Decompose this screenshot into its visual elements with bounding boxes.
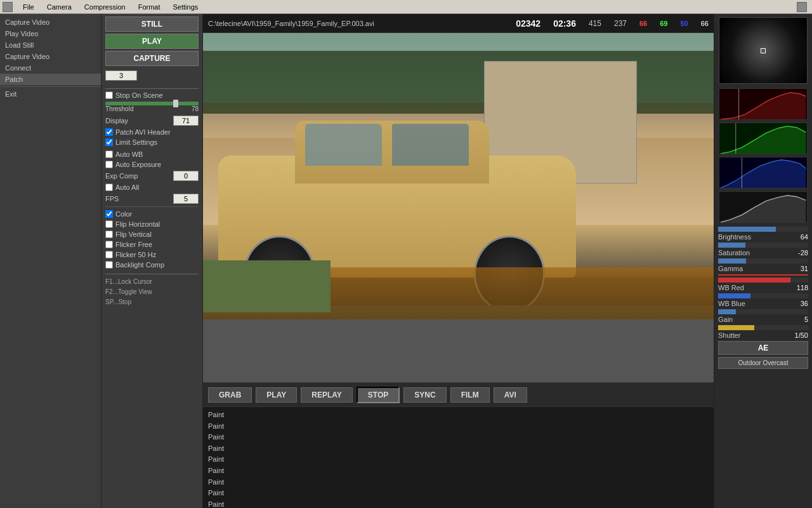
menu-format[interactable]: Format — [136, 2, 163, 12]
ae-button[interactable]: AE — [718, 341, 808, 355]
sidebar-item-play-video[interactable]: Play Video — [0, 28, 101, 39]
flip-vertical-row: Flip Vertical — [105, 231, 199, 238]
sync-button[interactable]: SYNC — [403, 387, 446, 403]
fps-row: FPS 5 — [105, 194, 199, 204]
wb-blue-bar-container — [718, 293, 808, 298]
auto-exposure-row: Auto Exposure — [105, 161, 199, 168]
threshold-slider[interactable] — [105, 102, 199, 105]
shutter-label: Shutter — [718, 331, 789, 339]
log-line-5: Paint — [208, 465, 709, 477]
flicker-50hz-row: Flicker 50 Hz — [105, 251, 199, 258]
capture-button[interactable]: CAPTURE — [105, 51, 199, 66]
sidebar-item-exit[interactable]: Exit — [0, 88, 101, 100]
film-button[interactable]: FILM — [450, 387, 490, 403]
threshold-value: 78 — [192, 105, 199, 112]
sidebar: Capture Video Play Video Load Still Capt… — [0, 14, 102, 508]
saturation-row: Saturation -28 — [718, 249, 808, 257]
gain-value: 5 — [789, 316, 808, 323]
auto-exposure-checkbox[interactable] — [105, 161, 113, 168]
sidebar-item-load-still[interactable]: Load Still — [0, 39, 101, 51]
exp-comp-label: Exp Comp — [105, 172, 171, 180]
brightness-value: 64 — [789, 233, 808, 241]
menu-file[interactable]: File — [20, 2, 37, 12]
frame-input[interactable]: 3 — [105, 70, 137, 81]
auto-wb-row: Auto WB — [105, 150, 199, 158]
stop-on-scene-checkbox[interactable] — [105, 91, 113, 99]
threshold-label: Threshold — [105, 105, 133, 112]
sidebar-item-patch[interactable]: Patch — [0, 74, 101, 85]
sidebar-item-capture-video[interactable]: Capture Video — [0, 17, 101, 28]
avi-button[interactable]: AVI — [494, 387, 527, 403]
play-button[interactable]: PLAY — [105, 34, 199, 49]
color-white-value: 66 — [701, 20, 709, 27]
menu-compression[interactable]: Compression — [82, 2, 128, 12]
gamma-row: Gamma 31 — [718, 265, 808, 272]
transport-controls: GRAB PLAY REPLAY STOP SYNC FILM AVI — [203, 382, 714, 406]
flicker-free-checkbox[interactable] — [105, 241, 113, 248]
auto-wb-checkbox[interactable] — [105, 150, 113, 158]
shutter-value: 1/50 — [789, 331, 808, 339]
grab-button[interactable]: GRAB — [208, 387, 252, 403]
wb-blue-value: 36 — [789, 300, 808, 307]
gamma-value: 31 — [789, 265, 808, 272]
log-line-2: Paint — [208, 432, 709, 443]
backlight-comp-checkbox[interactable] — [105, 261, 113, 269]
brightness-bar-container — [718, 227, 808, 232]
backlight-comp-row: Backlight Comp — [105, 261, 199, 269]
histogram-blue — [719, 157, 808, 189]
main-container: Capture Video Play Video Load Still Capt… — [0, 14, 812, 508]
log-line-7: Paint — [208, 488, 709, 499]
exp-comp-row: Exp Comp 0 — [105, 171, 199, 181]
flip-vertical-checkbox[interactable] — [105, 231, 113, 238]
center-panel: C:\telecine\AVI\1959_Family\1959_Family_… — [203, 14, 714, 508]
saturation-value: -28 — [789, 249, 808, 257]
thumbnail-crosshair — [761, 48, 766, 53]
auto-all-label: Auto All — [115, 184, 139, 191]
menu-settings[interactable]: Settings — [171, 2, 201, 12]
sidebar-item-connect[interactable]: Connect — [0, 62, 101, 74]
color-checkbox[interactable] — [105, 210, 113, 218]
menu-camera[interactable]: Camera — [44, 2, 74, 12]
log-line-6: Paint — [208, 477, 709, 488]
fps-input[interactable]: 5 — [173, 194, 199, 204]
video-area[interactable] — [203, 33, 714, 382]
shutter-bar — [718, 325, 754, 330]
wb-red-label: WB Red — [718, 284, 789, 291]
auto-wb-label: Auto WB — [115, 150, 143, 158]
auto-exposure-label: Auto Exposure — [115, 161, 161, 168]
minimize-icon[interactable] — [797, 2, 807, 12]
right-panel: Brightness 64 Saturation -28 Gamma 3 — [714, 14, 812, 508]
still-button[interactable]: STILL — [105, 17, 199, 32]
color-row: Color — [105, 210, 199, 218]
histogram-gray — [719, 191, 808, 223]
auto-all-checkbox[interactable] — [105, 184, 113, 191]
wb-blue-bar — [718, 293, 750, 298]
log-line-4: Paint — [208, 454, 709, 465]
log-line-0: Paint — [208, 410, 709, 421]
limit-settings-checkbox[interactable] — [105, 138, 113, 146]
stop-on-scene-row: Stop On Scene — [105, 91, 199, 99]
video-frame — [203, 33, 714, 382]
log-area[interactable]: Paint Paint Paint Paint Paint Paint Pain… — [203, 406, 714, 508]
time-display: 02:36 — [553, 18, 576, 29]
saturation-bar — [718, 243, 745, 248]
stop-button[interactable]: STOP — [357, 387, 400, 403]
exp-comp-input[interactable]: 0 — [173, 171, 199, 181]
histogram-red — [719, 88, 808, 120]
coord-y: 237 — [614, 19, 627, 28]
divider1 — [105, 88, 199, 89]
display-label: Display — [105, 117, 171, 124]
flicker-free-row: Flicker Free — [105, 241, 199, 248]
preset-button[interactable]: Outdoor Overcast — [718, 357, 808, 369]
patch-header-checkbox[interactable] — [105, 128, 113, 136]
shortcut3: SP...Stop — [105, 297, 199, 307]
flip-horizontal-label: Flip Horizontal — [115, 220, 160, 228]
replay-button[interactable]: REPLAY — [301, 387, 353, 403]
log-line-3: Paint — [208, 443, 709, 455]
flicker-50hz-checkbox[interactable] — [105, 251, 113, 258]
play-transport-button[interactable]: PLAY — [256, 387, 297, 403]
sidebar-item-capture-video2[interactable]: Capture Video — [0, 51, 101, 62]
info-bar: C:\telecine\AVI\1959_Family\1959_Family_… — [203, 14, 714, 33]
flip-horizontal-checkbox[interactable] — [105, 220, 113, 228]
display-input[interactable]: 71 — [173, 116, 199, 126]
